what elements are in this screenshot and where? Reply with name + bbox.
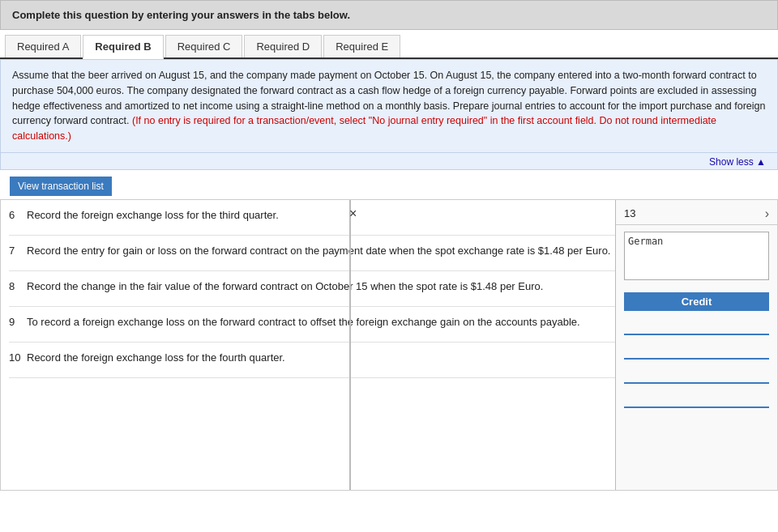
chevron-right-icon[interactable]: › xyxy=(765,206,769,221)
row-number-10: 10 xyxy=(9,351,27,364)
vertical-divider xyxy=(349,200,351,490)
credit-input-2[interactable] xyxy=(624,342,769,360)
row-number-6: 6 xyxy=(9,208,27,221)
question-text-block: Assume that the beer arrived on August 1… xyxy=(0,59,778,153)
tab-required-b[interactable]: Required B xyxy=(83,35,163,59)
tab-required-a[interactable]: Required A xyxy=(5,35,81,57)
credit-input-3[interactable] xyxy=(624,366,769,384)
right-panel: 13 › Credit xyxy=(615,200,777,490)
view-transaction-button[interactable]: View transaction list xyxy=(10,177,112,196)
main-content-area: × 6 Record the foreign exchange loss for… xyxy=(0,199,778,491)
row-number-9: 9 xyxy=(9,315,27,328)
row-number-8: 8 xyxy=(9,279,27,292)
panel-header: 13 › xyxy=(616,200,777,225)
credit-input-1[interactable] xyxy=(624,317,769,335)
panel-text-input[interactable] xyxy=(624,232,769,280)
close-button[interactable]: × xyxy=(349,206,357,221)
credit-label: Credit xyxy=(624,292,769,311)
show-less-link[interactable]: Show less ▲ xyxy=(0,153,778,170)
row-number-7: 7 xyxy=(9,244,27,257)
tabs-bar: Required A Required B Required C Require… xyxy=(0,35,778,59)
banner-text: Complete this question by entering your … xyxy=(0,0,778,30)
tab-required-e[interactable]: Required E xyxy=(323,35,400,57)
top-banner: Complete this question by entering your … xyxy=(0,0,778,30)
credit-input-4[interactable] xyxy=(624,390,769,408)
panel-body: Credit xyxy=(616,225,777,490)
tab-required-c[interactable]: Required C xyxy=(165,35,243,57)
tab-required-d[interactable]: Required D xyxy=(244,35,322,57)
panel-number: 13 xyxy=(624,207,635,219)
